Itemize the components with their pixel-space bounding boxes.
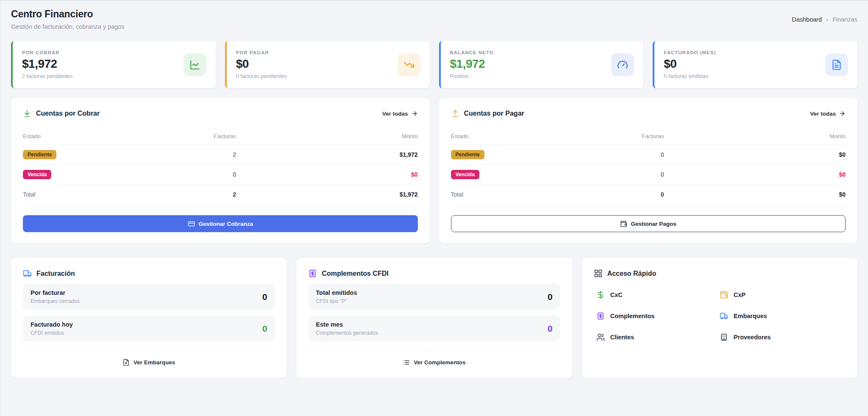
breadcrumb-dashboard[interactable]: Dashboard bbox=[792, 16, 822, 23]
quick-link-cxc[interactable]: CxC bbox=[596, 291, 720, 299]
panel-complementos-cfdi: Complementos CFDI Total emitidos CFDI ti… bbox=[296, 258, 572, 378]
monto-value: $0 bbox=[236, 165, 418, 185]
gestionar-pagos-button[interactable]: Gestionar Pagos bbox=[451, 215, 846, 232]
mini-stat-title: Total emitidos bbox=[316, 289, 357, 296]
mini-stat-title: Por facturar bbox=[31, 289, 80, 296]
page-header: Centro Financiero Gestión de facturación… bbox=[11, 8, 857, 30]
table-row-total: Total 2 $1,972 bbox=[23, 185, 418, 201]
stat-value: $0 bbox=[236, 57, 287, 71]
mini-stat-title: Este mes bbox=[316, 321, 378, 328]
panel-title-wrap: Cuentas por Pagar bbox=[451, 109, 524, 118]
quick-link-proveedores[interactable]: Proveedores bbox=[720, 333, 843, 341]
mini-stat-text: Por facturar Embarques cerrados bbox=[31, 289, 80, 304]
truck-icon bbox=[23, 269, 32, 278]
panel-facturacion: Facturación Por facturar Embarques cerra… bbox=[11, 258, 287, 378]
monto-value: $1,972 bbox=[236, 145, 418, 165]
bottom-row: Facturación Por facturar Embarques cerra… bbox=[11, 258, 857, 378]
stat-card-por-pagar: POR PAGAR $0 0 facturas pendientes bbox=[225, 41, 430, 88]
wallet-icon bbox=[720, 291, 728, 299]
stat-card-text: POR PAGAR $0 0 facturas pendientes bbox=[236, 50, 287, 79]
breadcrumb-current: Finanzas bbox=[832, 16, 857, 23]
panel-cuentas-por-pagar: Cuentas por Pagar Ver todas Estado Factu… bbox=[439, 98, 858, 243]
chevron-right-icon: › bbox=[826, 16, 828, 23]
quick-link-embarques[interactable]: Embarques bbox=[720, 312, 843, 320]
total-facturas: 0 bbox=[609, 185, 664, 201]
view-all-cobrar-link[interactable]: Ver todas bbox=[382, 110, 418, 117]
finance-dashboard: Centro Financiero Gestión de facturación… bbox=[0, 1, 868, 378]
arrow-up-from-line-icon bbox=[451, 109, 459, 118]
monto-value: $0 bbox=[664, 145, 846, 165]
credit-card-icon bbox=[188, 220, 195, 227]
col-estado: Estado bbox=[451, 129, 609, 145]
accounts-row: Cuentas por Cobrar Ver todas Estado Fact… bbox=[11, 98, 857, 243]
pagar-table: Estado Facturas Monto Pendiente 0 $0 Ven… bbox=[451, 129, 846, 200]
stat-sub: Positivo bbox=[450, 73, 494, 79]
stat-sub: 0 facturas emitidas bbox=[664, 73, 716, 79]
ver-embarques-button[interactable]: Ver Embarques bbox=[23, 354, 275, 367]
ver-complementos-button[interactable]: Ver Complementos bbox=[308, 354, 560, 367]
quick-link-label: Complementos bbox=[610, 313, 655, 319]
cobrar-table: Estado Facturas Monto Pendiente 2 $1,972… bbox=[23, 129, 418, 200]
trending-down-icon bbox=[398, 53, 420, 76]
stat-card-text: POR COBRAR $1,972 2 facturas pendientes bbox=[22, 50, 73, 79]
stat-value: $0 bbox=[664, 57, 716, 71]
chart-line-icon bbox=[184, 53, 206, 76]
page-title: Centro Financiero bbox=[11, 8, 125, 20]
facturas-value: 0 bbox=[181, 165, 236, 185]
mini-stat-facturado-hoy: Facturado hoy CFDI emitidos 0 bbox=[23, 316, 275, 341]
total-label: Total bbox=[451, 185, 609, 201]
arrow-right-icon bbox=[411, 110, 418, 117]
receipt-dollar-icon bbox=[596, 312, 605, 320]
table-row-pendiente: Pendiente 0 $0 bbox=[451, 145, 846, 165]
mini-stat-sub: CFDI tipo "P" bbox=[316, 298, 357, 304]
quick-link-label: Embarques bbox=[734, 313, 767, 319]
stat-label: BALANCE NETO bbox=[450, 50, 494, 55]
mini-stat-value: 0 bbox=[548, 292, 553, 302]
monto-value: $0 bbox=[664, 165, 846, 185]
file-text-icon bbox=[825, 53, 848, 76]
total-facturas: 2 bbox=[181, 185, 236, 201]
mini-stat-este-mes: Este mes Complementos generados 0 bbox=[308, 316, 560, 341]
panel-footer: Gestionar Pagos bbox=[451, 206, 846, 232]
dollar-sign-icon bbox=[596, 291, 605, 299]
mini-stat-value: 0 bbox=[262, 292, 267, 302]
table-row-vencida: Vencida 0 $0 bbox=[451, 165, 846, 185]
stat-value: $1,972 bbox=[22, 57, 73, 71]
gestionar-cobranza-button[interactable]: Gestionar Cobranza bbox=[23, 215, 418, 232]
quick-link-label: Proveedores bbox=[734, 334, 771, 341]
status-badge-pendiente: Pendiente bbox=[23, 150, 56, 159]
stat-card-por-cobrar: POR COBRAR $1,972 2 facturas pendientes bbox=[11, 41, 216, 88]
col-facturas: Facturas bbox=[609, 129, 664, 145]
panel-footer: Gestionar Cobranza bbox=[23, 206, 418, 232]
panel-title: Complementos CFDI bbox=[322, 270, 388, 277]
view-all-label: Ver todas bbox=[382, 111, 408, 117]
mini-stat-text: Facturado hoy CFDI emitidos bbox=[31, 321, 73, 336]
stat-card-text: BALANCE NETO $1,972 Positivo bbox=[450, 50, 494, 79]
mini-stat-value: 0 bbox=[548, 324, 553, 334]
panel-title: Cuentas por Cobrar bbox=[36, 110, 100, 117]
stat-sub: 2 facturas pendientes bbox=[22, 73, 73, 79]
quick-links-grid: CxC CxP Complementos bbox=[594, 291, 846, 341]
mini-stat-text: Total emitidos CFDI tipo "P" bbox=[316, 289, 357, 304]
stat-label: POR PAGAR bbox=[236, 50, 287, 55]
list-icon bbox=[403, 359, 410, 366]
breadcrumb: Dashboard › Finanzas bbox=[792, 16, 857, 23]
table-header-row: Estado Facturas Monto bbox=[451, 129, 846, 145]
total-label: Total bbox=[23, 185, 181, 201]
button-label: Gestionar Pagos bbox=[631, 221, 676, 227]
quick-link-clientes[interactable]: Clientes bbox=[596, 333, 720, 341]
view-all-pagar-link[interactable]: Ver todas bbox=[810, 110, 846, 117]
col-facturas: Facturas bbox=[181, 129, 236, 145]
panel-cuentas-por-cobrar: Cuentas por Cobrar Ver todas Estado Fact… bbox=[11, 98, 430, 243]
quick-link-complementos[interactable]: Complementos bbox=[596, 312, 720, 320]
table-row-vencida: Vencida 0 $0 bbox=[23, 165, 418, 185]
panel-title: Cuentas por Pagar bbox=[464, 110, 524, 117]
stat-card-balance-neto: BALANCE NETO $1,972 Positivo bbox=[439, 41, 644, 88]
stat-sub: 0 facturas pendientes bbox=[236, 73, 287, 79]
panel-footer: Ver Complementos bbox=[308, 349, 560, 367]
total-monto: $1,972 bbox=[236, 185, 418, 201]
mini-stats: Total emitidos CFDI tipo "P" 0 Este mes … bbox=[308, 284, 560, 341]
table-row-total: Total 0 $0 bbox=[451, 185, 846, 201]
receipt-dollar-icon bbox=[308, 269, 317, 278]
quick-link-cxp[interactable]: CxP bbox=[720, 291, 843, 299]
